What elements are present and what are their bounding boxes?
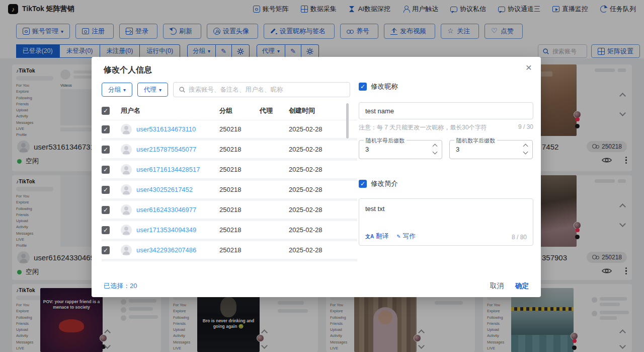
select-all-checkbox[interactable]: ✓ (102, 107, 110, 115)
row-avatar (121, 184, 132, 195)
decrement-icon[interactable] (433, 150, 438, 155)
row-checkbox[interactable]: ✓ (102, 166, 110, 174)
letter-suffix-value: 3 (365, 146, 369, 153)
username-link[interactable]: user3422936207486 (136, 246, 196, 254)
decrement-icon[interactable] (523, 150, 528, 155)
table-row[interactable]: ✓ user430252617452 250218 2025-02-28 (102, 181, 357, 201)
table-row[interactable]: ✓ user5316134673110 250218 2025-02-28 (102, 120, 357, 140)
edit-profile-modal: 修改个人信息 × 分组 ▾ 代理 ▾ ✓ 用户名 分组 代理 创建时间 ✓ (92, 57, 541, 297)
table-row[interactable]: ✓ user61716134428517 250218 2025-02-28 (102, 161, 357, 181)
digit-suffix-value: 3 (456, 146, 459, 153)
search-icon (179, 86, 186, 93)
table-scrollbar[interactable] (346, 103, 349, 295)
row-group: 250218 (219, 246, 260, 254)
edit-bio-toggle[interactable]: ✓ 修改简介 (359, 179, 533, 188)
modal-search[interactable] (173, 82, 350, 97)
username-link[interactable]: user61716134428517 (136, 166, 200, 173)
row-avatar (121, 164, 132, 175)
write-button[interactable]: ✎ 写作 (396, 232, 415, 241)
nickname-note: 注意：每 7 天只能更改一次昵称，最长30个字符 (359, 123, 487, 132)
row-group: 250218 (219, 186, 260, 193)
nickname-checkbox[interactable]: ✓ (359, 83, 367, 91)
row-checkbox[interactable]: ✓ (102, 206, 110, 214)
increment-icon[interactable] (433, 144, 438, 149)
translate-button[interactable]: 文A 翻译 (365, 232, 388, 241)
nickname-input[interactable] (359, 102, 533, 119)
row-checkbox[interactable]: ✓ (102, 246, 110, 254)
bio-counter: 8 / 80 (512, 234, 527, 241)
table-row[interactable]: ✓ user6162433046977 250218 2025-02-28 (102, 201, 357, 221)
row-avatar (121, 204, 132, 216)
selected-count: 20 (130, 282, 137, 290)
col-proxy: 代理 (260, 106, 289, 115)
row-checkbox[interactable]: ✓ (102, 125, 110, 133)
pencil-icon: ✎ (396, 234, 400, 239)
chevron-down-icon: ▾ (159, 87, 162, 93)
modal-group-dropdown[interactable]: 分组 ▾ (102, 83, 132, 97)
letter-suffix-spinner[interactable]: 随机字母后缀数 3 (359, 140, 442, 159)
modal-search-input[interactable] (189, 86, 345, 93)
table-header-row: ✓ 用户名 分组 代理 创建时间 (102, 101, 357, 120)
row-group: 250218 (219, 146, 260, 153)
digit-suffix-spinner[interactable]: 随机数字后缀数 3 (449, 140, 533, 159)
row-group: 250218 (219, 206, 260, 214)
col-group: 分组 (219, 106, 260, 115)
modal-title: 修改个人信息 (104, 65, 152, 76)
bio-textarea[interactable]: test txt 文A 翻译 ✎ 写作 8 / 80 (359, 198, 533, 246)
row-avatar (121, 124, 132, 135)
bio-value: test txt (365, 205, 384, 213)
account-table: ✓ 用户名 分组 代理 创建时间 ✓ user5316134673110 250… (102, 101, 357, 261)
row-group: 250218 (219, 226, 260, 234)
row-avatar (121, 245, 132, 256)
selected-label: 已选择： (104, 282, 130, 290)
username-link[interactable]: user1713534094349 (136, 226, 196, 234)
row-group: 250218 (219, 166, 260, 173)
row-group: 250218 (219, 125, 260, 133)
table-row[interactable]: ✓ user3422936207486 250218 2025-02-28 (102, 241, 357, 261)
username-link[interactable]: user2157875545077 (136, 146, 196, 153)
nickname-counter: 9 / 30 (518, 123, 533, 132)
row-avatar (121, 225, 132, 236)
edit-nickname-toggle[interactable]: ✓ 修改昵称 (359, 82, 533, 91)
row-checkbox[interactable]: ✓ (102, 146, 110, 154)
increment-icon[interactable] (523, 144, 528, 149)
table-row[interactable]: ✓ user1713534094349 250218 2025-02-28 (102, 221, 357, 241)
chevron-down-icon: ▾ (123, 87, 126, 93)
bio-checkbox[interactable]: ✓ (359, 180, 367, 188)
modal-proxy-dropdown[interactable]: 代理 ▾ (137, 83, 168, 97)
username-link[interactable]: user5316134673110 (136, 125, 196, 133)
username-link[interactable]: user430252617452 (136, 186, 193, 193)
row-avatar (121, 144, 132, 155)
row-checkbox[interactable]: ✓ (102, 186, 110, 194)
cancel-button[interactable]: 取消 (490, 281, 504, 291)
row-checkbox[interactable]: ✓ (102, 226, 110, 234)
translate-icon: 文A (365, 233, 374, 240)
col-username: 用户名 (121, 106, 219, 115)
confirm-button[interactable]: 确定 (515, 281, 529, 291)
table-row[interactable]: ✓ user2157875545077 250218 2025-02-28 (102, 140, 357, 161)
close-icon[interactable]: × (526, 62, 532, 73)
username-link[interactable]: user6162433046977 (136, 206, 196, 214)
